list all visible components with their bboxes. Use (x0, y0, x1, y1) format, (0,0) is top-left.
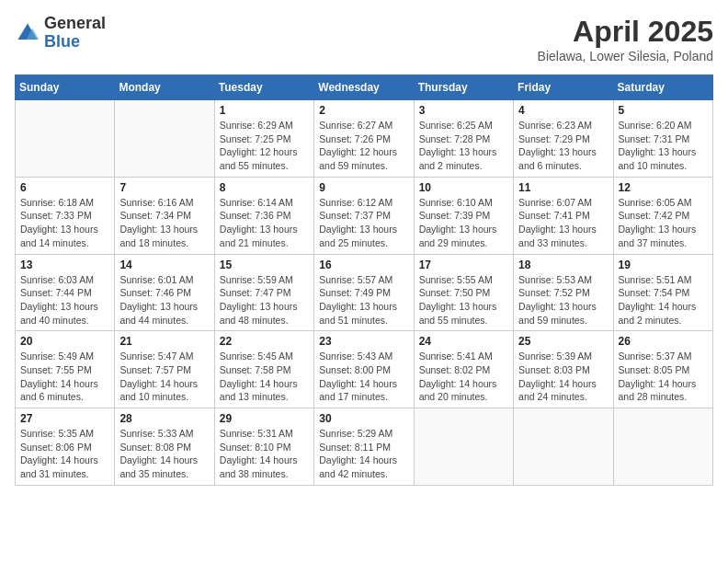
calendar-cell: 11Sunrise: 6:07 AM Sunset: 7:41 PM Dayli… (514, 177, 613, 254)
calendar-cell: 17Sunrise: 5:55 AM Sunset: 7:50 PM Dayli… (414, 254, 513, 331)
weekday-header: Sunday (16, 75, 115, 100)
day-detail: Sunrise: 5:29 AM Sunset: 8:11 PM Dayligh… (319, 427, 408, 481)
day-number: 19 (619, 259, 708, 271)
day-detail: Sunrise: 6:10 AM Sunset: 7:39 PM Dayligh… (419, 196, 508, 250)
day-number: 12 (619, 181, 708, 194)
weekday-header: Monday (115, 75, 214, 100)
day-detail: Sunrise: 5:49 AM Sunset: 7:55 PM Dayligh… (20, 350, 109, 404)
calendar-cell: 27Sunrise: 5:35 AM Sunset: 8:06 PM Dayli… (16, 408, 115, 486)
calendar-cell: 1Sunrise: 6:29 AM Sunset: 7:25 PM Daylig… (214, 100, 313, 178)
location: Bielawa, Lower Silesia, Poland (538, 49, 713, 63)
day-detail: Sunrise: 5:59 AM Sunset: 7:47 PM Dayligh… (220, 273, 309, 327)
day-number: 8 (220, 181, 309, 194)
day-detail: Sunrise: 5:31 AM Sunset: 8:10 PM Dayligh… (220, 427, 309, 481)
calendar-cell: 4Sunrise: 6:23 AM Sunset: 7:29 PM Daylig… (514, 100, 613, 178)
day-detail: Sunrise: 6:16 AM Sunset: 7:34 PM Dayligh… (119, 196, 209, 250)
calendar-cell: 13Sunrise: 6:03 AM Sunset: 7:44 PM Dayli… (16, 254, 115, 331)
calendar-body: 1Sunrise: 6:29 AM Sunset: 7:25 PM Daylig… (16, 100, 713, 486)
day-detail: Sunrise: 6:12 AM Sunset: 7:37 PM Dayligh… (319, 196, 408, 250)
calendar-cell (514, 408, 613, 486)
day-number: 21 (119, 335, 209, 348)
calendar-week-row: 20Sunrise: 5:49 AM Sunset: 7:55 PM Dayli… (16, 331, 713, 408)
calendar-week-row: 6Sunrise: 6:18 AM Sunset: 7:33 PM Daylig… (16, 177, 713, 254)
day-number: 23 (319, 335, 408, 348)
day-number: 26 (619, 335, 708, 348)
logo-general: General (44, 15, 106, 33)
weekday-row: SundayMondayTuesdayWednesdayThursdayFrid… (16, 75, 713, 100)
title-block: April 2025 Bielawa, Lower Silesia, Polan… (538, 15, 713, 63)
weekday-header: Friday (514, 75, 613, 100)
calendar-cell: 24Sunrise: 5:41 AM Sunset: 8:02 PM Dayli… (414, 331, 513, 408)
weekday-header: Wednesday (314, 75, 414, 100)
month-year: April 2025 (538, 15, 713, 49)
day-number: 7 (119, 181, 209, 194)
day-detail: Sunrise: 6:27 AM Sunset: 7:26 PM Dayligh… (319, 119, 408, 173)
day-number: 20 (20, 335, 109, 348)
calendar-cell: 16Sunrise: 5:57 AM Sunset: 7:49 PM Dayli… (314, 254, 414, 331)
calendar-cell: 14Sunrise: 6:01 AM Sunset: 7:46 PM Dayli… (115, 254, 214, 331)
day-detail: Sunrise: 5:37 AM Sunset: 8:05 PM Dayligh… (619, 350, 708, 404)
day-number: 27 (20, 412, 109, 425)
day-detail: Sunrise: 5:39 AM Sunset: 8:03 PM Dayligh… (518, 350, 608, 404)
calendar-cell: 30Sunrise: 5:29 AM Sunset: 8:11 PM Dayli… (314, 408, 414, 486)
calendar-cell: 10Sunrise: 6:10 AM Sunset: 7:39 PM Dayli… (414, 177, 513, 254)
day-detail: Sunrise: 5:47 AM Sunset: 7:57 PM Dayligh… (119, 350, 209, 404)
day-number: 5 (619, 104, 708, 117)
day-number: 14 (119, 259, 209, 271)
calendar-cell: 12Sunrise: 6:05 AM Sunset: 7:42 PM Dayli… (613, 177, 712, 254)
calendar-cell: 15Sunrise: 5:59 AM Sunset: 7:47 PM Dayli… (214, 254, 313, 331)
day-detail: Sunrise: 5:43 AM Sunset: 8:00 PM Dayligh… (319, 350, 408, 404)
day-detail: Sunrise: 6:29 AM Sunset: 7:25 PM Dayligh… (220, 119, 309, 173)
day-number: 17 (419, 259, 508, 271)
calendar-cell: 2Sunrise: 6:27 AM Sunset: 7:26 PM Daylig… (314, 100, 414, 178)
day-number: 18 (518, 259, 608, 271)
day-detail: Sunrise: 5:41 AM Sunset: 8:02 PM Dayligh… (419, 350, 508, 404)
day-number: 25 (518, 335, 608, 348)
logo: General Blue (15, 15, 106, 52)
day-detail: Sunrise: 6:20 AM Sunset: 7:31 PM Dayligh… (619, 119, 708, 173)
calendar-week-row: 27Sunrise: 5:35 AM Sunset: 8:06 PM Dayli… (16, 408, 713, 486)
day-detail: Sunrise: 5:35 AM Sunset: 8:06 PM Dayligh… (20, 427, 109, 481)
calendar-cell: 5Sunrise: 6:20 AM Sunset: 7:31 PM Daylig… (613, 100, 712, 178)
logo-blue: Blue (44, 33, 106, 52)
day-detail: Sunrise: 6:07 AM Sunset: 7:41 PM Dayligh… (518, 196, 608, 250)
calendar-week-row: 1Sunrise: 6:29 AM Sunset: 7:25 PM Daylig… (16, 100, 713, 178)
day-detail: Sunrise: 6:01 AM Sunset: 7:46 PM Dayligh… (119, 273, 209, 327)
calendar-header: SundayMondayTuesdayWednesdayThursdayFrid… (16, 75, 713, 100)
day-detail: Sunrise: 5:51 AM Sunset: 7:54 PM Dayligh… (619, 273, 708, 327)
calendar-cell: 9Sunrise: 6:12 AM Sunset: 7:37 PM Daylig… (314, 177, 414, 254)
page-header: General Blue April 2025 Bielawa, Lower S… (15, 15, 713, 63)
calendar-cell: 23Sunrise: 5:43 AM Sunset: 8:00 PM Dayli… (314, 331, 414, 408)
day-number: 4 (518, 104, 608, 117)
logo-icon (15, 20, 40, 46)
calendar-cell: 25Sunrise: 5:39 AM Sunset: 8:03 PM Dayli… (514, 331, 613, 408)
calendar-cell: 28Sunrise: 5:33 AM Sunset: 8:08 PM Dayli… (115, 408, 214, 486)
day-number: 1 (220, 104, 309, 117)
calendar-cell: 3Sunrise: 6:25 AM Sunset: 7:28 PM Daylig… (414, 100, 513, 178)
day-number: 2 (319, 104, 408, 117)
calendar-cell: 18Sunrise: 5:53 AM Sunset: 7:52 PM Dayli… (514, 254, 613, 331)
day-number: 28 (119, 412, 209, 425)
day-detail: Sunrise: 6:18 AM Sunset: 7:33 PM Dayligh… (20, 196, 109, 250)
day-number: 30 (319, 412, 408, 425)
day-number: 3 (419, 104, 508, 117)
day-detail: Sunrise: 5:45 AM Sunset: 7:58 PM Dayligh… (220, 350, 309, 404)
day-number: 10 (419, 181, 508, 194)
calendar: SundayMondayTuesdayWednesdayThursdayFrid… (15, 75, 713, 486)
day-number: 11 (518, 181, 608, 194)
calendar-cell: 6Sunrise: 6:18 AM Sunset: 7:33 PM Daylig… (16, 177, 115, 254)
day-detail: Sunrise: 5:53 AM Sunset: 7:52 PM Dayligh… (518, 273, 608, 327)
calendar-cell: 22Sunrise: 5:45 AM Sunset: 7:58 PM Dayli… (214, 331, 313, 408)
calendar-cell: 21Sunrise: 5:47 AM Sunset: 7:57 PM Dayli… (115, 331, 214, 408)
day-number: 15 (220, 259, 309, 271)
day-detail: Sunrise: 5:33 AM Sunset: 8:08 PM Dayligh… (119, 427, 209, 481)
calendar-cell (414, 408, 513, 486)
weekday-header: Tuesday (214, 75, 313, 100)
day-number: 16 (319, 259, 408, 271)
calendar-cell (613, 408, 712, 486)
day-number: 24 (419, 335, 508, 348)
day-number: 29 (220, 412, 309, 425)
day-number: 13 (20, 259, 109, 271)
day-number: 9 (319, 181, 408, 194)
day-detail: Sunrise: 5:57 AM Sunset: 7:49 PM Dayligh… (319, 273, 408, 327)
